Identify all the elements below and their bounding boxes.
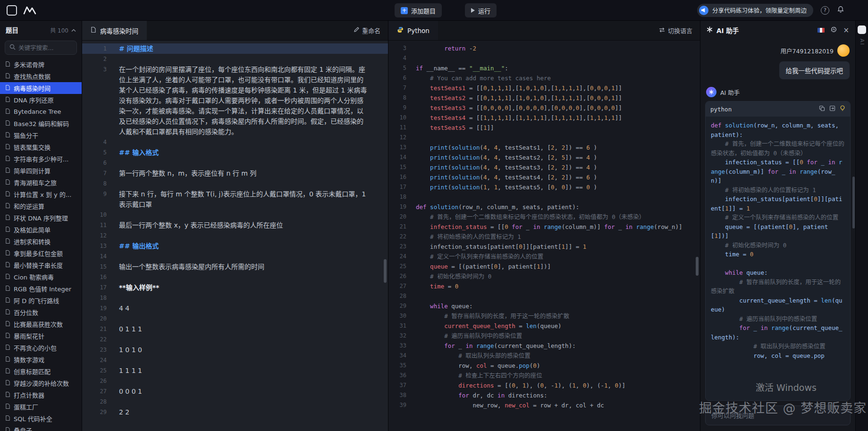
sidebar-item[interactable]: 比赛最高获胜次数 <box>0 318 82 330</box>
copy-icon[interactable] <box>819 105 825 113</box>
sidebar-item[interactable]: 链表聚集交换 <box>0 141 82 153</box>
sidebar-item[interactable]: 及格如此简单 <box>0 224 82 236</box>
sidebar-item-label: 叠盘子 <box>14 426 32 431</box>
code-text: current_queue_length = len(queue) <box>416 321 562 331</box>
sidebar-item-label: 青海湖租车之旅 <box>14 178 57 187</box>
promo-banner[interactable]: 分享代码练习体验，领限量定制周边 <box>697 4 813 17</box>
history-icon[interactable] <box>830 26 837 34</box>
sidebar-item[interactable]: 打点计数器 <box>0 389 82 401</box>
sidebar-item[interactable]: 猜数字游戏 <box>0 354 82 365</box>
ai-scrollbar[interactable] <box>852 177 855 228</box>
code-line: 15 print(solution(4, 4, testSeats3, [2, … <box>388 162 700 172</box>
code-text: while queue: <box>416 301 472 311</box>
sidebar-item[interactable]: 穿越沙漠的补给次数 <box>0 377 82 389</box>
sidebar-item[interactable]: 拿到最多红包金额 <box>0 247 82 259</box>
code-line: 22 # 将初始感染的人的位置标记为 1 <box>388 232 700 242</box>
lightbulb-icon[interactable] <box>840 105 845 113</box>
code-content[interactable]: 3 return -245if __name__ == "__main__":6… <box>388 41 700 431</box>
document-icon <box>5 262 10 269</box>
language-tab[interactable]: Python <box>388 21 438 40</box>
ai-chat-input[interactable] <box>711 412 844 419</box>
document-icon <box>5 96 10 104</box>
sidebar-item[interactable]: 青海湖租车之旅 <box>0 177 82 188</box>
sidebar-item[interactable]: Bytedance Tree <box>0 106 82 118</box>
rename-label: 重命名 <box>362 26 380 35</box>
sidebar-item[interactable]: Cion 勒索病毒 <box>0 271 82 283</box>
ai-code-content[interactable]: def solution(row_n, column_m, seats, pat… <box>706 117 850 400</box>
flag-icon[interactable] <box>817 28 825 33</box>
sidebar-item[interactable]: SQL 代码补全 <box>0 413 82 424</box>
code-line: 30 # 暂存当前队列的长度，用于这一轮的感染扩散 <box>388 311 700 321</box>
ai-input-box[interactable] <box>705 406 851 425</box>
ai-code-block: python def s <box>705 101 851 401</box>
problem-content[interactable]: 1# 问题描述23在一个封闭的房间里摆满了座位，每个座位东西向和南北向都有固定 … <box>82 41 388 431</box>
sidebar-item[interactable]: 病毒感染时间 <box>0 82 82 94</box>
sidebar-item[interactable]: RGB 色值转 Integer <box>0 283 82 295</box>
run-button[interactable]: 运行 <box>465 3 497 17</box>
sidebar-item-label: 阿 D 的飞行路线 <box>14 296 59 305</box>
problem-count: 共 100 <box>50 26 68 34</box>
code-line: 20 # 首先，创建一个二维数组来标记每个座位的感染状态，初始值都为 0（未感染… <box>388 212 700 222</box>
app-logo-icon[interactable] <box>7 5 17 16</box>
problem-line: 13## 输出格式 <box>82 241 388 251</box>
sidebar-item[interactable]: 查找热点数据 <box>0 70 82 82</box>
problem-tab[interactable]: 病毒感染时间 <box>82 21 147 40</box>
sidebar-item[interactable]: 多米诺骨牌 <box>0 59 82 70</box>
sidebar-item[interactable]: 简单四则计算 <box>0 165 82 177</box>
sidebar-item[interactable]: 猫鱼分干 <box>0 129 82 141</box>
problem-line: 8 <box>82 178 388 189</box>
line-text <box>119 54 388 64</box>
line-number: 15 <box>388 162 416 172</box>
close-icon[interactable]: × <box>843 27 849 34</box>
sidebar-item[interactable]: 叠盘子 <box>0 424 82 431</box>
sidebar-item-label: 进制求和转换 <box>14 237 51 246</box>
switch-language-button[interactable]: 切换语言 <box>659 21 692 40</box>
sidebar-item[interactable]: 字符串有多少种可... <box>0 153 82 165</box>
insert-code-icon[interactable] <box>829 105 835 113</box>
bell-icon[interactable] <box>837 6 844 15</box>
sidebar-item[interactable]: Base32 编码和解码 <box>0 118 82 129</box>
line-number: 25 <box>388 262 416 271</box>
marscode-logo-icon[interactable] <box>23 6 37 15</box>
user-avatar[interactable] <box>837 44 850 57</box>
rename-button[interactable]: 重命名 <box>354 21 380 40</box>
editor-scrollbar[interactable] <box>696 257 699 276</box>
collapsed-panel-icon[interactable] <box>858 25 866 34</box>
ai-panel-header: AI 助手 × <box>700 21 855 40</box>
code-text: # 首先，创建一个二维数组来标记每个座位的感染状态，初始值都为 0（未感染） <box>416 212 645 222</box>
code-line: 14 print(solution(4, 4, testSeats2, [2, … <box>388 152 700 162</box>
sidebar-item[interactable]: 计算位置 x 到 y 的... <box>0 188 82 200</box>
code-line: 26 # 初始化感染时间为 0 <box>388 271 700 281</box>
sidebar-item-label: 不再贪心的小包 <box>14 343 57 352</box>
sidebar-item[interactable]: DNA 序列还原 <box>0 94 82 106</box>
sidebar-item[interactable]: 暴雨梨花针 <box>0 330 82 342</box>
sidebar-item-label: 猜数字游戏 <box>14 355 44 364</box>
sidebar-item[interactable]: 百分位数 <box>0 306 82 318</box>
search-box[interactable] <box>5 41 77 55</box>
sidebar-item[interactable]: 阿 D 的飞行路线 <box>0 295 82 306</box>
problem-scrollbar[interactable] <box>384 259 387 283</box>
sidebar-item[interactable]: 最小替换子串长度 <box>0 259 82 271</box>
sidebar-item[interactable]: 创意标题匹配 <box>0 365 82 377</box>
code-line: 7 testSeats1 = [[0,1,1,1],[1,0,1,0],[1,1… <box>388 83 700 93</box>
line-number: 21 <box>388 222 416 232</box>
sidebar-item[interactable]: 环状 DNA 序列整理 <box>0 212 82 224</box>
document-icon <box>5 309 10 316</box>
line-number: 12 <box>388 133 416 143</box>
sidebar-item[interactable]: 和的逆运算 <box>0 200 82 212</box>
search-input[interactable] <box>18 44 72 51</box>
problem-line: 11最后一行两个整数 x，y 表示已经感染病毒的人所在座位 <box>82 220 388 230</box>
problem-line: 18 <box>82 293 388 303</box>
sidebar-item[interactable]: 蛋糕工厂 <box>0 401 82 413</box>
sidebar-item[interactable]: 进制求和转换 <box>0 236 82 247</box>
collapse-icon[interactable] <box>71 26 76 34</box>
sidebar-item[interactable]: 不再贪心的小包 <box>0 342 82 354</box>
code-line: 13 print(solution(4, 4, testSeats1, [2, … <box>388 143 700 152</box>
help-icon[interactable]: ? <box>821 6 829 15</box>
code-line: 6 # You can add more test cases here <box>388 73 700 83</box>
add-problem-button[interactable]: + 添加题目 <box>395 3 442 17</box>
line-number: 16 <box>388 172 416 182</box>
document-icon <box>5 391 10 399</box>
document-icon <box>5 226 10 234</box>
sidebar-item-label: 多米诺骨牌 <box>14 60 44 69</box>
